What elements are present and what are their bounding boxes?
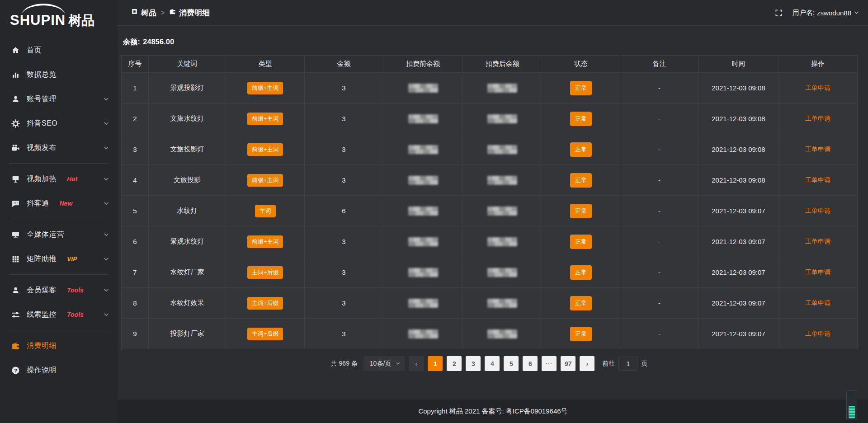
- masked-balance: [408, 237, 438, 246]
- amount-cell: 3: [305, 73, 383, 103]
- sidebar-item-operation-guide[interactable]: ?操作说明: [0, 358, 118, 382]
- time-cell: 2021-12-03 09:07: [699, 257, 778, 288]
- sidebar-item-clue-monitor[interactable]: 线索监控Tools: [0, 302, 118, 327]
- sidebar-item-matrix-boost[interactable]: 矩阵助推VIP: [0, 247, 118, 271]
- page-button-2[interactable]: 2: [447, 356, 462, 371]
- sidebar-item-tag: Tools: [67, 287, 84, 294]
- sidebar-item-video-publish[interactable]: 视频发布: [0, 136, 118, 160]
- post-balance-cell: [463, 288, 542, 319]
- work-order-link[interactable]: 工单申请: [805, 268, 830, 276]
- masked-balance: [487, 114, 517, 123]
- sidebar-item-tag: Tools: [67, 311, 84, 318]
- monitor-icon: [11, 230, 20, 239]
- fullscreen-icon[interactable]: [775, 9, 783, 17]
- page-button-6[interactable]: 6: [523, 356, 538, 371]
- work-order-link[interactable]: 工单申请: [805, 84, 830, 91]
- work-order-link[interactable]: 工单申请: [805, 238, 830, 245]
- keyword-cell: 水纹灯效果: [149, 288, 226, 319]
- page-buttons: 123456···97: [428, 356, 576, 371]
- sidebar-item-tag: New: [60, 200, 73, 207]
- type-badge: 主词+后缀: [247, 328, 283, 340]
- sidebar-item-label: 视频发布: [27, 143, 57, 153]
- pre-balance-cell: [383, 257, 463, 288]
- prev-page-button[interactable]: ‹: [409, 356, 424, 371]
- chevron-down-icon: [103, 176, 109, 182]
- status-badge: 正常: [570, 112, 592, 126]
- video-camera-icon: [11, 143, 20, 152]
- column-header: 序号: [122, 56, 149, 73]
- keyword-cell: 文旅水纹灯: [149, 103, 226, 134]
- goto-label: 前往: [602, 360, 615, 368]
- sidebar-item-consume-detail[interactable]: 消费明细: [0, 334, 118, 358]
- work-order-link[interactable]: 工单申请: [805, 207, 830, 214]
- sidebar-item-home[interactable]: 首页: [0, 38, 118, 62]
- breadcrumb: 树品 > 消费明细: [131, 8, 210, 18]
- note-text: -: [658, 238, 660, 245]
- masked-balance: [487, 84, 517, 93]
- sidebar-item-douyin-seo[interactable]: 抖音SEO: [0, 111, 118, 136]
- breadcrumb-item-shupin[interactable]: 树品: [131, 8, 156, 18]
- pre-balance-cell: [383, 226, 463, 257]
- sidebar-item-video-heat[interactable]: 视频加热Hot: [0, 167, 118, 191]
- page-button-5[interactable]: 5: [504, 356, 519, 371]
- masked-balance: [408, 207, 438, 216]
- keyword-cell: 投影灯厂家: [149, 319, 226, 349]
- sidebar-item-account-manage[interactable]: 账号管理: [0, 87, 118, 111]
- work-order-link[interactable]: 工单申请: [805, 146, 830, 153]
- note-cell: -: [620, 319, 699, 349]
- sidebar-divider: [9, 219, 108, 219]
- table-row: 3文旅投影灯前缀+主词3正常-2021-12-03 09:08工单申请: [122, 134, 858, 165]
- gear-icon: [11, 119, 20, 128]
- page-button-97[interactable]: 97: [561, 356, 576, 371]
- sidebar-item-label: 视频加热: [27, 174, 57, 184]
- action-cell: 工单申请: [778, 319, 858, 349]
- screen-icon: [11, 174, 20, 183]
- pre-balance-cell: [383, 73, 463, 103]
- breadcrumb-item-consume-detail[interactable]: 消费明细: [169, 8, 210, 18]
- status-badge: 正常: [570, 265, 592, 280]
- masked-balance: [487, 145, 517, 154]
- sidebar-item-doukotong[interactable]: 抖客通New: [0, 191, 118, 216]
- chevron-down-icon: [103, 200, 109, 207]
- note-text: -: [658, 146, 660, 153]
- floating-widget[interactable]: [846, 390, 857, 420]
- sidebar-item-tag: VIP: [67, 255, 77, 263]
- note-text: -: [658, 115, 660, 122]
- table-row: 4文旅投影前缀+主词3正常-2021-12-03 09:08工单申请: [122, 165, 858, 196]
- sidebar-item-data-overview[interactable]: 数据总览: [0, 62, 118, 87]
- balance: 余额:24856.00: [123, 38, 858, 47]
- sidebar-item-member-burst[interactable]: 会员爆客Tools: [0, 278, 118, 302]
- logo: SHUPIN树品: [0, 0, 118, 35]
- time-cell: 2021-12-03 09:07: [699, 196, 778, 226]
- more-pages-button[interactable]: ···: [542, 356, 557, 371]
- page-button-3[interactable]: 3: [466, 356, 481, 371]
- row-index: 1: [122, 73, 149, 103]
- page-size-select[interactable]: 10条/页: [363, 356, 405, 371]
- sidebar-item-label: 操作说明: [27, 366, 57, 375]
- footer: Copyright 树品 2021 备案号: 粤ICP备09019646号: [118, 400, 868, 423]
- next-page-button[interactable]: ›: [580, 356, 594, 371]
- work-order-link[interactable]: 工单申请: [805, 115, 830, 122]
- sidebar-item-all-media-operation[interactable]: 全媒体运营: [0, 222, 118, 247]
- note-cell: -: [620, 196, 699, 226]
- goto-page-input[interactable]: [618, 357, 637, 371]
- type-badge: 前缀+主词: [247, 143, 283, 156]
- keyword-cell: 景观水纹灯: [149, 226, 226, 257]
- pagination: 共 969 条 10条/页 ‹ 123456···97 › 前往 页: [121, 356, 857, 371]
- user-menu[interactable]: 用户名: zswodun88: [793, 9, 859, 17]
- page-button-4[interactable]: 4: [485, 356, 500, 371]
- type-badge: 主词+后缀: [247, 266, 283, 279]
- sidebar-item-label: 首页: [27, 46, 42, 55]
- work-order-link[interactable]: 工单申请: [805, 176, 830, 183]
- amount-cell: 3: [305, 257, 383, 288]
- page-button-1[interactable]: 1: [428, 356, 443, 371]
- sidebar-item-label: 会员爆客: [27, 286, 57, 295]
- sidebar-nav: 首页数据总览账号管理抖音SEO视频发布视频加热Hot抖客通New全媒体运营矩阵助…: [0, 35, 118, 382]
- work-order-link[interactable]: 工单申请: [805, 330, 830, 337]
- status-cell: 正常: [542, 73, 620, 103]
- time-cell: 2021-12-03 09:08: [699, 134, 778, 165]
- note-text: -: [658, 176, 660, 184]
- action-cell: 工单申请: [778, 257, 858, 288]
- action-cell: 工单申请: [778, 226, 858, 257]
- work-order-link[interactable]: 工单申请: [805, 299, 830, 306]
